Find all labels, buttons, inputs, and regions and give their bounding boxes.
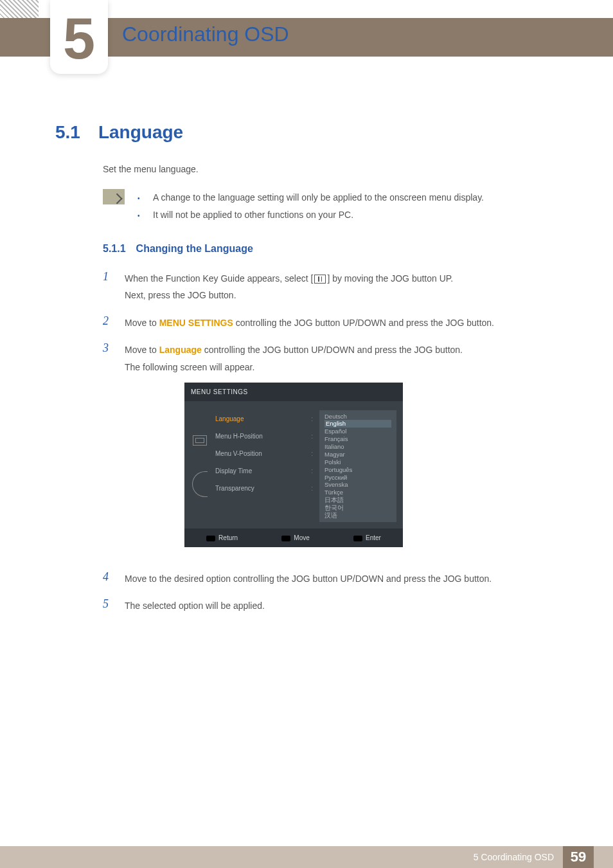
osd-body: Language: Menu H-Position: Menu V-Positi… [184, 401, 403, 529]
chapter-number-box: 5 [50, 0, 108, 74]
lang-option: Português [324, 466, 391, 474]
colon: : [311, 482, 313, 494]
text: The following screen will appear. [125, 362, 254, 372]
label: Language [215, 413, 244, 425]
step-1: 1 When the Function Key Guide appears, s… [103, 270, 558, 304]
section-title: Language [98, 122, 183, 143]
intro-paragraph: Set the menu language. [103, 162, 558, 176]
section-number: 5.1 [55, 122, 80, 143]
text: ] by moving the JOG button UP. [327, 273, 453, 284]
note-item: It will not be applied to other function… [138, 206, 484, 224]
step-text: Move to Language controlling the JOG but… [125, 341, 463, 559]
osd-menu-item: Menu H-Position: [215, 428, 313, 445]
colon: : [311, 413, 313, 425]
step-text: When the Function Key Guide appears, sel… [125, 270, 453, 304]
lang-option: 汉语 [324, 512, 391, 520]
lang-option: 한국어 [324, 504, 391, 512]
menu-icon [314, 275, 326, 284]
note-block: A change to the language setting will on… [103, 189, 558, 223]
label: Transparency [215, 482, 254, 494]
footer-text: 5 Coordinating OSD [474, 852, 554, 862]
step-2: 2 Move to MENU SETTINGS controlling the … [103, 314, 558, 332]
note-icon [103, 189, 125, 204]
step-4: 4 Move to the desired option controlling… [103, 570, 558, 588]
lang-option: Deutsch [324, 413, 391, 420]
text: Move to [125, 345, 159, 355]
subsection-title: Changing the Language [136, 243, 253, 255]
chapter-title: Coordinating OSD [122, 23, 289, 46]
arc-icon [192, 471, 208, 497]
lang-option: Français [324, 435, 391, 443]
osd-footer: Return Move Enter [184, 529, 403, 547]
osd-return: Return [206, 532, 238, 544]
step-text: Move to the desired option controlling t… [125, 570, 492, 588]
lang-option: Русский [324, 474, 391, 482]
osd-menu-item: Display Time: [215, 462, 313, 480]
colon: : [311, 430, 313, 442]
step-number: 5 [103, 597, 112, 615]
lang-option: Svenska [324, 481, 391, 489]
lang-option-selected: English [324, 420, 391, 428]
footer-page-number: 59 [563, 846, 594, 868]
text: controlling the JOG button UP/DOWN and p… [202, 345, 463, 355]
label: Menu H-Position [215, 430, 263, 442]
lang-option: 日本語 [324, 496, 391, 504]
subsection-heading: 5.1.1 Changing the Language [103, 243, 558, 255]
decorative-hatch [0, 0, 39, 19]
osd-menu-item: Transparency: [215, 480, 313, 497]
text: When the Function Key Guide appears, sel… [125, 273, 313, 284]
osd-menu-item-selected: Language: [215, 410, 313, 428]
step-text: The selected option will be applied. [125, 597, 265, 615]
step-number: 4 [103, 570, 112, 588]
lang-option: Türkçe [324, 489, 391, 496]
osd-enter: Enter [353, 532, 381, 544]
lang-option: Italiano [324, 443, 391, 451]
highlight: MENU SETTINGS [159, 318, 233, 328]
subsection-number: 5.1.1 [103, 243, 126, 255]
step-number: 1 [103, 270, 112, 304]
chapter-number: 5 [63, 10, 95, 68]
step-3: 3 Move to Language controlling the JOG b… [103, 341, 558, 559]
step-5: 5 The selected option will be applied. [103, 597, 558, 615]
osd-menu: Language: Menu H-Position: Menu V-Positi… [215, 410, 313, 522]
osd-screenshot: MENU SETTINGS Language: Menu H-Position:… [184, 383, 403, 547]
colon: : [311, 465, 313, 477]
lang-option: Español [324, 428, 391, 435]
colon: : [311, 448, 313, 460]
step-number: 3 [103, 341, 112, 559]
lang-option: Magyar [324, 451, 391, 458]
osd-menu-item: Menu V-Position: [215, 445, 313, 462]
note-list: A change to the language setting will on… [138, 189, 484, 223]
label: Menu V-Position [215, 448, 262, 460]
osd-move: Move [281, 532, 309, 544]
highlight: Language [159, 345, 202, 355]
osd-language-list: Deutsch English Español Français Italian… [319, 410, 396, 522]
lang-option: Polski [324, 458, 391, 466]
step-text: Move to MENU SETTINGS controlling the JO… [125, 314, 494, 332]
text: Next, press the JOG button. [125, 290, 236, 300]
text: Move to [125, 318, 159, 328]
page-content: 5.1 Language Set the menu language. A ch… [55, 122, 558, 625]
label: Display Time [215, 465, 252, 477]
text: controlling the JOG button UP/DOWN and p… [233, 318, 494, 328]
note-item: A change to the language setting will on… [138, 189, 484, 206]
step-number: 2 [103, 314, 112, 332]
steps-list: 1 When the Function Key Guide appears, s… [103, 270, 558, 615]
osd-title: MENU SETTINGS [184, 383, 403, 401]
page-footer: 5 Coordinating OSD 59 [0, 846, 613, 868]
jog-icon [193, 435, 207, 446]
section-heading: 5.1 Language [55, 122, 558, 143]
osd-left-icons [191, 410, 209, 522]
